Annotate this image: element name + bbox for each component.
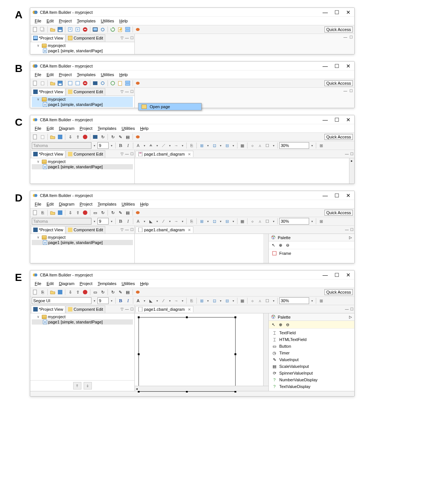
delete-icon[interactable] <box>82 289 88 295</box>
maximize-button[interactable]: ☐ <box>335 63 339 69</box>
palette-item-scalevalueinput[interactable]: ▤ScaleValueInput <box>269 363 354 370</box>
record-icon[interactable] <box>134 26 141 33</box>
zoom-combo[interactable]: 30% <box>279 142 309 149</box>
close-tab-icon[interactable]: ✕ <box>188 152 191 156</box>
edit-icon[interactable] <box>117 80 124 87</box>
layout-icon[interactable] <box>124 26 131 33</box>
tab-project-view[interactable]: *Project View <box>31 88 65 96</box>
close-button[interactable]: ✕ <box>346 9 351 15</box>
minimize-button[interactable]: — <box>323 117 328 123</box>
quick-access-button[interactable]: Quick Access <box>324 289 353 295</box>
export-icon[interactable] <box>74 80 81 87</box>
bold-button[interactable]: B <box>117 297 124 304</box>
tab-project-view[interactable]: *Project View <box>31 306 65 313</box>
copy-icon[interactable] <box>39 134 46 140</box>
editor-tab-page1[interactable]: page1.cbaml_diagram✕ <box>136 226 193 233</box>
line-style-button[interactable]: → <box>173 142 180 149</box>
refresh-icon[interactable]: ↻ <box>99 134 106 140</box>
run-icon[interactable] <box>109 80 116 87</box>
frame-element[interactable] <box>139 317 236 392</box>
font-size-combo[interactable]: 9 <box>97 142 109 149</box>
quick-access-button[interactable]: Quick Access <box>324 134 353 140</box>
copy-format-icon[interactable]: ⎘ <box>188 142 195 149</box>
minimize-button[interactable]: — <box>323 272 328 278</box>
menu-diagram[interactable]: Diagram <box>57 281 77 287</box>
tree-page-node[interactable]: page1 [simple, standardPage] <box>32 240 133 245</box>
maximize-button[interactable]: ☐ <box>335 272 339 278</box>
menu-file[interactable]: File <box>32 125 44 131</box>
new-icon[interactable] <box>32 289 38 295</box>
menu-edit[interactable]: Edit <box>44 201 56 207</box>
record-icon[interactable] <box>134 289 141 295</box>
import-icon[interactable] <box>67 80 74 87</box>
tree-project-node[interactable]: ∨myproject <box>32 235 133 240</box>
menu-edit[interactable]: Edit <box>44 125 56 131</box>
maximize-button[interactable]: ☐ <box>335 9 339 15</box>
italic-button[interactable]: I <box>125 297 131 304</box>
export-icon[interactable] <box>74 26 81 33</box>
same-size-icon[interactable]: ☐ <box>264 142 271 149</box>
tab-project-view[interactable]: *Project View <box>31 150 65 158</box>
zoom-out-icon[interactable]: ⊖ <box>284 242 290 248</box>
tab-component-edit[interactable]: Component Edit <box>66 226 105 234</box>
menu-utilities[interactable]: Utilities <box>119 281 137 287</box>
font-combo[interactable]: Tahoma <box>32 218 91 225</box>
fill-color-button[interactable] <box>147 142 154 149</box>
maximize-button[interactable]: ☐ <box>335 193 339 198</box>
editor-tab-page1[interactable]: page1.cbaml_diagram✕ <box>136 306 193 312</box>
editor-tab-page1[interactable]: page1.cbaml_diagram✕ <box>136 151 193 157</box>
layout-icon[interactable] <box>124 80 131 87</box>
close-button[interactable]: ✕ <box>346 117 351 123</box>
italic-button[interactable]: I <box>125 218 131 225</box>
menu-help[interactable]: Help <box>138 125 151 131</box>
save-icon[interactable] <box>57 134 63 140</box>
minimize-button[interactable]: — <box>323 193 328 198</box>
menu-utilities[interactable]: Utilities <box>119 125 137 131</box>
copy-icon[interactable] <box>39 26 46 33</box>
delete-icon[interactable] <box>82 209 88 216</box>
open-icon[interactable] <box>49 134 56 140</box>
menu-project[interactable]: Project <box>57 18 74 24</box>
new-icon[interactable] <box>32 134 38 140</box>
menu-file[interactable]: File <box>32 201 44 207</box>
edit-icon[interactable] <box>117 26 124 33</box>
menu-help[interactable]: Help <box>138 281 151 287</box>
pointer-tool-icon[interactable]: ↖ <box>270 242 276 248</box>
palette-item-textfield[interactable]: ⌶TextField <box>269 329 354 336</box>
align-tool-icon[interactable]: ⊡ <box>211 142 218 149</box>
maximize-editor-icon[interactable]: ☐ <box>349 35 353 39</box>
tab-component-edit[interactable]: Component Edit <box>66 306 105 313</box>
bold-button[interactable]: B <box>117 142 124 149</box>
new-icon[interactable] <box>32 209 38 216</box>
line-color-button[interactable] <box>160 142 167 149</box>
palette-item-htmltextfield[interactable]: ⌶HTMLTextField <box>269 336 354 343</box>
record-icon[interactable] <box>134 134 141 140</box>
tree-page-node[interactable]: page1 [simple, standardPage] <box>32 48 133 53</box>
font-color-button[interactable]: A <box>135 142 141 149</box>
new-icon[interactable] <box>32 26 38 33</box>
import-icon[interactable] <box>67 26 74 33</box>
pointer-tool-icon[interactable]: ↖ <box>270 322 276 328</box>
palette-item-timer[interactable]: ◷Timer <box>269 350 354 356</box>
export-icon[interactable]: ⇧ <box>74 134 81 140</box>
close-button[interactable]: ✕ <box>346 63 351 69</box>
palette-item-numbervaluedisplay[interactable]: ?NumberValueDisplay <box>269 376 354 383</box>
save-icon[interactable] <box>57 209 63 216</box>
view-menu-icon[interactable]: ▽ <box>121 36 124 40</box>
palette-collapsed[interactable]: ▸ <box>349 158 354 184</box>
palette-item-button[interactable]: ▭Button <box>269 343 354 350</box>
tab-component-edit[interactable]: Component Edit <box>66 88 105 96</box>
close-tab-icon[interactable]: ✕ <box>188 307 191 312</box>
tab-project-view[interactable]: *Project View <box>31 226 65 234</box>
run-icon[interactable] <box>109 26 116 33</box>
zoom-in-icon[interactable]: ⊕ <box>277 242 283 248</box>
tree-project-node[interactable]: ∨myproject <box>32 97 133 102</box>
menu-help[interactable]: Help <box>138 201 151 207</box>
menu-utilities[interactable]: Utilities <box>99 72 116 78</box>
palette-item-spinnervalueinput[interactable]: ⟳SpinnerValueInput <box>269 370 354 376</box>
canvas[interactable]: ◂ <box>135 313 268 391</box>
record-icon[interactable] <box>134 80 141 87</box>
palette-pin-icon[interactable]: ▷ <box>349 315 352 319</box>
layout-icon[interactable]: ▤ <box>124 134 131 140</box>
menu-project[interactable]: Project <box>77 125 94 131</box>
